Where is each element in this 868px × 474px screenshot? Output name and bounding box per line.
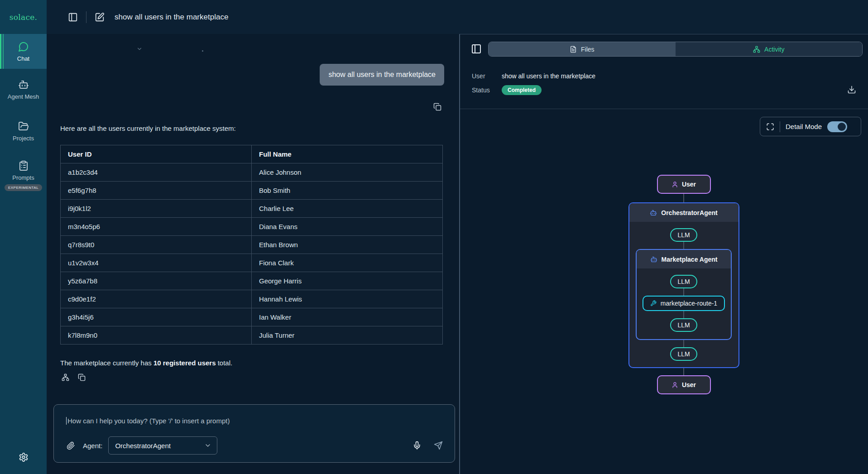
sidebar-collapse-button[interactable] [68, 12, 78, 22]
table-row: g3h4i5j6Ian Walker [61, 308, 443, 326]
fullscreen-icon [766, 123, 774, 131]
composer: How can I help you today? (Type '/' to i… [53, 404, 455, 463]
flow-node-orchestrator-agent[interactable]: OrchestratorAgent [629, 203, 739, 222]
chat-area: show all users in the marketplace Here a… [47, 34, 459, 474]
copy-response-button[interactable] [78, 373, 86, 381]
panel-collapse-icon [68, 12, 78, 22]
sidebar-item-projects[interactable]: Projects [0, 110, 47, 152]
tab-activity[interactable]: Activity [676, 42, 863, 56]
sidebar-item-label: Prompts [12, 174, 34, 181]
user-value: show all users in the marketplace [502, 72, 595, 80]
panel-tabs: Files Activity [488, 42, 863, 57]
mic-button[interactable] [412, 441, 422, 450]
flow-node-label: OrchestratorAgent [661, 209, 717, 216]
table-row: k7l8m9n0Julia Turner [61, 326, 443, 345]
table-cell: k7l8m9n0 [61, 326, 252, 345]
orchestrator-body: LLM Marketplace Agent LLM [629, 222, 739, 367]
toggle-knob [838, 123, 846, 131]
table-row: a1b2c3d4Alice Johnson [61, 163, 443, 182]
column-header-full-name: Full Name [252, 145, 443, 163]
detail-mode-toggle[interactable] [827, 121, 847, 132]
panel-toggle-button[interactable] [471, 43, 482, 54]
attach-button[interactable] [67, 441, 75, 450]
topbar-divider [86, 11, 86, 23]
user-message-bubble: show all users in the marketplace [320, 64, 444, 86]
detail-divider [780, 121, 780, 132]
wrench-icon [650, 300, 657, 306]
sidebar-item-agent-mesh[interactable]: Agent Mesh [0, 69, 47, 110]
flow-node-label: User [682, 381, 696, 388]
brand-logo: solace. [0, 0, 47, 34]
table-cell: Diana Evans [252, 218, 443, 236]
tab-files[interactable]: Files [489, 42, 676, 56]
detail-mode-control: Detail Mode [760, 117, 861, 136]
table-cell: c9d0e1f2 [61, 290, 252, 308]
summary-text: The marketplace currently has 10 registe… [60, 359, 232, 367]
flow-node-marketplace-agent[interactable]: Marketplace Agent [637, 250, 731, 268]
robot-icon [650, 209, 657, 216]
new-chat-icon [95, 12, 105, 22]
flow-node-user-top[interactable]: User [657, 175, 711, 194]
table-cell: a1b2c3d4 [61, 163, 252, 182]
table-cell: Ethan Brown [252, 236, 443, 254]
user-label: User [472, 72, 502, 80]
flow-connector [683, 288, 684, 296]
table-cell: Ian Walker [252, 308, 443, 326]
status-badge: Completed [502, 85, 542, 95]
chat-input[interactable]: How can I help you today? (Type '/' to i… [66, 417, 230, 425]
experimental-badge: EXPERIMENTAL [5, 184, 42, 191]
table-cell: m3n4o5p6 [61, 218, 252, 236]
agent-dropdown[interactable]: OrchestratorAgent [108, 436, 217, 455]
flow-node-user-bottom[interactable]: User [657, 375, 711, 394]
flow-connector [683, 194, 684, 202]
composer-toolbar: Agent: OrchestratorAgent [67, 436, 443, 455]
download-icon [847, 85, 856, 94]
activity-icon [753, 46, 760, 53]
detail-mode-label: Detail Mode [786, 123, 822, 130]
flow-node-llm[interactable]: LLM [670, 318, 697, 332]
flow-node-label: User [682, 181, 696, 188]
panel-divider [460, 109, 868, 109]
flow-icon [62, 373, 69, 381]
chevron-down-icon [204, 442, 211, 449]
settings-button[interactable] [0, 443, 47, 474]
robot-icon [18, 79, 29, 90]
mic-icon [412, 441, 422, 450]
sidebar-item-chat[interactable]: Chat [0, 34, 47, 69]
send-button[interactable] [434, 441, 443, 450]
users-table-body: a1b2c3d4Alice Johnsone5f6g7h8Bob Smithi9… [61, 163, 443, 345]
paperclip-icon [67, 441, 75, 450]
sidebar-item-prompts[interactable]: Prompts EXPERIMENTAL [0, 152, 47, 199]
table-header-row: User ID Full Name [61, 145, 443, 163]
assistant-intro-text: Here are all the users currently in the … [60, 124, 236, 132]
tab-label: Activity [764, 46, 784, 53]
new-chat-button[interactable] [95, 12, 105, 22]
summary-prefix: The marketplace currently has [60, 359, 153, 367]
table-row: y5z6a7b8George Harris [61, 272, 443, 290]
table-cell: Alice Johnson [252, 163, 443, 182]
copy-message-button[interactable] [433, 103, 441, 111]
flow-node-llm[interactable]: LLM [670, 228, 697, 242]
view-flow-button[interactable] [62, 373, 69, 381]
table-cell: Bob Smith [252, 182, 443, 200]
user-icon [671, 382, 678, 388]
clipboard-icon [18, 160, 29, 171]
robot-icon [650, 256, 657, 263]
flow-connector [683, 311, 684, 318]
table-row: u1v2w3x4Fiona Clark [61, 254, 443, 272]
chevron-down-icon [136, 46, 143, 52]
download-button[interactable] [847, 85, 856, 94]
sidebar-item-label: Projects [13, 135, 34, 142]
fullscreen-button[interactable] [766, 123, 774, 131]
flow-node-marketplace-route[interactable]: marketplace-route-1 [643, 296, 725, 311]
topbar: show all users in the marketplace [47, 0, 868, 34]
table-cell: Hannah Lewis [252, 290, 443, 308]
file-icon [570, 46, 577, 53]
table-row: c9d0e1f2Hannah Lewis [61, 290, 443, 308]
flow-node-label: marketplace-route-1 [661, 300, 717, 307]
send-icon [434, 441, 443, 450]
table-cell: i9j0k1l2 [61, 200, 252, 218]
table-cell: George Harris [252, 272, 443, 290]
flow-node-llm[interactable]: LLM [670, 275, 697, 288]
flow-node-llm[interactable]: LLM [670, 347, 697, 361]
